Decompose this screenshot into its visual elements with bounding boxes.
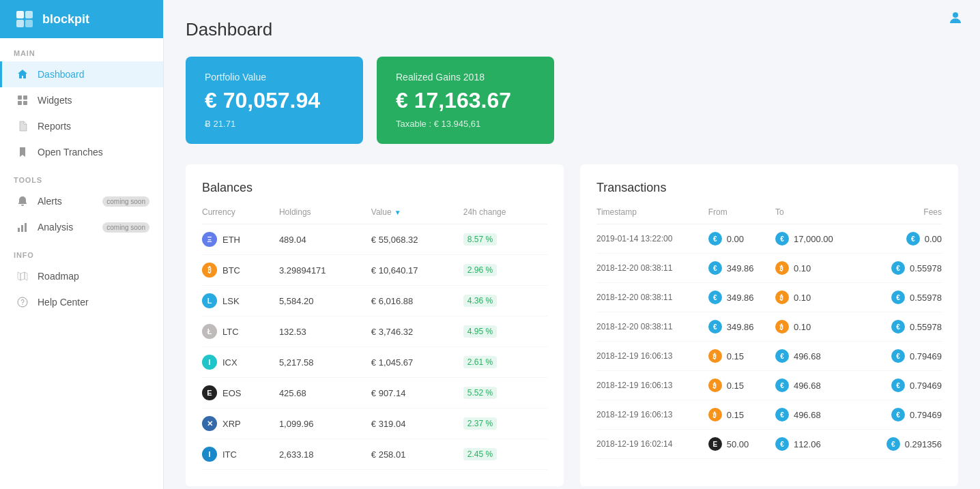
realized-gains-card: Realized Gains 2018 € 17,163.67 Taxable … (377, 57, 554, 144)
from-value: 0.15 (727, 351, 744, 361)
alerts-coming-soon-badge: coming soon (102, 196, 149, 207)
table-row: 2018-12-19 16:06:13 ₿0.15 €496.68 €0.794… (596, 400, 942, 430)
balances-panel: Balances Currency Holdings Value ▼ 24h c… (186, 164, 564, 486)
to-cell: ₿0.10 (775, 312, 861, 342)
section-label-tools: TOOLS (0, 165, 163, 188)
currency-name: ICX (222, 357, 237, 368)
svg-rect-9 (21, 225, 23, 232)
from-value: 349.86 (727, 293, 754, 303)
change-cell: 8.57 % (463, 224, 547, 255)
svg-rect-0 (16, 11, 24, 18)
currency-name: BTC (222, 265, 240, 276)
change-badge: 2.37 % (463, 417, 497, 430)
sidebar-item-analysis-label: Analysis (38, 222, 102, 233)
home-icon (16, 69, 29, 80)
btc-icon: ₿ (775, 320, 789, 334)
eur-icon: € (891, 320, 905, 334)
fee-value: 0.291356 (905, 439, 942, 449)
change-cell: 4.36 % (463, 286, 547, 316)
timestamp-cell: 2019-01-14 13:22:00 (596, 224, 708, 254)
col-currency: Currency (202, 207, 279, 224)
svg-rect-4 (18, 95, 22, 100)
table-row: Ξ ETH 489.04 € 55,068.32 8.57 % (202, 224, 547, 255)
sort-icon: ▼ (394, 209, 401, 216)
to-cell: ₿0.10 (775, 254, 861, 283)
holdings-cell: 3.29894171 (279, 255, 371, 286)
balances-table: Currency Holdings Value ▼ 24h change Ξ E… (202, 207, 547, 470)
fee-value: 0.55978 (910, 293, 942, 303)
topbar (947, 10, 964, 30)
col-timestamp: Timestamp (596, 207, 708, 224)
table-row: 2018-12-20 08:38:11 €349.86 ₿0.10 €0.559… (596, 312, 942, 342)
to-value: 0.10 (794, 263, 811, 273)
coin-icon-eos: E (202, 385, 217, 400)
sidebar-item-reports[interactable]: Reports (0, 113, 163, 139)
bar-chart-icon (16, 222, 29, 233)
value-cell: € 3,746.32 (371, 316, 463, 347)
to-value: 496.68 (794, 381, 821, 391)
col-value[interactable]: Value ▼ (371, 207, 463, 224)
timestamp-cell: 2018-12-19 16:02:14 (596, 430, 708, 459)
value-cell: € 6,016.88 (371, 286, 463, 316)
sidebar-item-analysis[interactable]: Analysis coming soon (0, 214, 163, 240)
gains-card-sub: Taxable : € 13.945,61 (396, 119, 535, 129)
to-value: 496.68 (794, 410, 821, 420)
table-row: 2018-12-19 16:02:14 E50.00 €112.06 €0.29… (596, 430, 942, 459)
currency-name: EOS (222, 388, 241, 398)
table-row: I ITC 2,633.18 € 258.01 2.45 % (202, 439, 547, 470)
currency-cell: ₿ BTC (202, 255, 279, 286)
table-row: E EOS 425.68 € 907.14 5.52 % (202, 378, 547, 409)
to-cell: €112.06 (775, 430, 861, 459)
from-cell: ₿0.15 (708, 342, 775, 371)
eur-icon: € (708, 291, 722, 304)
from-cell: ₿0.15 (708, 371, 775, 400)
sidebar-item-help-center[interactable]: ? Help Center (0, 289, 163, 315)
svg-rect-3 (25, 20, 33, 27)
change-cell: 2.61 % (463, 347, 547, 378)
currency-name: ETH (222, 235, 240, 245)
change-badge: 4.36 % (463, 295, 497, 307)
panels-row: Balances Currency Holdings Value ▼ 24h c… (186, 164, 958, 486)
sidebar-item-open-tranches[interactable]: Open Tranches (0, 139, 163, 165)
currency-name: LSK (222, 296, 240, 306)
col-fees: Fees (861, 207, 942, 224)
eos-icon: E (708, 437, 722, 451)
currency-name: XRP (222, 419, 241, 429)
eur-icon: € (906, 232, 920, 246)
from-value: 349.86 (727, 263, 754, 273)
help-icon: ? (16, 297, 29, 308)
fees-cell: €0.79469 (861, 342, 942, 371)
fees-cell: €0.55978 (861, 283, 942, 312)
fees-cell: €0.00 (861, 224, 942, 254)
change-badge: 2.61 % (463, 356, 497, 368)
portfolio-value-card: Portfolio Value € 70,057.94 Ƀ 21.71 (186, 57, 363, 144)
user-icon[interactable] (947, 12, 964, 29)
transactions-panel: Transactions Timestamp From To Fees 2019… (580, 164, 958, 486)
svg-rect-10 (25, 223, 27, 232)
eur-icon: € (708, 320, 722, 334)
coin-icon-lsk: L (202, 293, 217, 308)
eur-icon: € (891, 379, 905, 392)
from-cell: €349.86 (708, 312, 775, 342)
change-badge: 5.52 % (463, 387, 497, 399)
sidebar-item-dashboard[interactable]: Dashboard (0, 61, 163, 87)
btc-icon: ₿ (708, 349, 722, 363)
currency-cell: Ł LTC (202, 316, 279, 347)
eur-icon: € (891, 291, 905, 304)
to-cell: €496.68 (775, 371, 861, 400)
sidebar-item-roadmap[interactable]: Roadmap (0, 263, 163, 289)
svg-rect-5 (23, 95, 27, 100)
sidebar-item-alerts[interactable]: Alerts coming soon (0, 188, 163, 214)
table-row: Ł LTC 132.53 € 3,746.32 4.95 % (202, 316, 547, 347)
blockpit-logo-icon (14, 8, 35, 30)
holdings-cell: 5,584.20 (279, 286, 371, 316)
fee-value: 0.79469 (910, 351, 942, 361)
coin-icon-xrp: ✕ (202, 416, 217, 431)
change-badge: 2.45 % (463, 448, 497, 460)
to-value: 17,000.00 (794, 234, 833, 244)
fees-cell: €0.79469 (861, 371, 942, 400)
portfolio-card-value: € 70,057.94 (205, 88, 344, 113)
timestamp-cell: 2018-12-20 08:38:11 (596, 283, 708, 312)
table-row: 2018-12-19 16:06:13 ₿0.15 €496.68 €0.794… (596, 342, 942, 371)
sidebar-item-widgets[interactable]: Widgets (0, 87, 163, 113)
